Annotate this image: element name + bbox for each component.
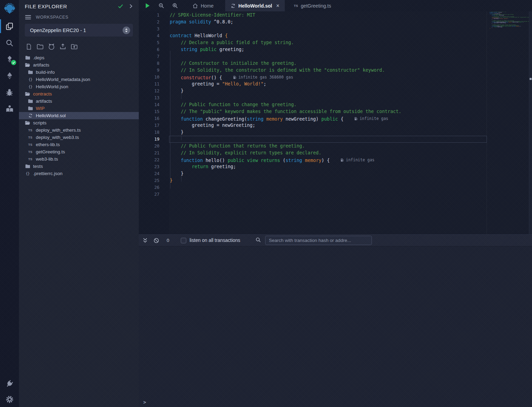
json-icon: {}	[25, 171, 30, 176]
editor-line[interactable]: 5 // Declare a public field of type stri…	[139, 39, 487, 46]
editor-line[interactable]: 10 constructor() {infinite gas 368600 ga…	[139, 74, 487, 81]
folder-open-icon	[25, 121, 30, 125]
check-icon[interactable]	[117, 3, 124, 9]
line-content: return greeting;	[159, 163, 236, 170]
editor-line[interactable]: 16 function changeGreeting(string memory…	[139, 115, 487, 122]
editor-line[interactable]: 21 // In Solidity, explicit return types…	[139, 150, 487, 156]
sidebar-item-file-explorer[interactable]	[0, 18, 19, 34]
sidebar-item-debugger[interactable]	[0, 84, 19, 101]
remix-logo[interactable]	[0, 0, 19, 18]
tree-item--prettierrc-json[interactable]: {}.prettierrc.json	[19, 170, 139, 177]
chevron-right-icon[interactable]	[128, 4, 133, 9]
gas-pump-icon	[341, 158, 344, 162]
tab-getgreeting-ts[interactable]: TS getGreeting.ts	[288, 0, 336, 11]
solidity-icon	[28, 113, 33, 118]
line-content: contract HelloWorld {	[159, 32, 228, 39]
workspace-select-arrows-icon	[123, 27, 130, 34]
code-editor[interactable]: 1// SPDX-License-Identifier: MIT2pragma …	[139, 11, 532, 234]
tab-label: Home	[201, 3, 213, 9]
editor-line[interactable]: 25}	[139, 177, 487, 184]
zoom-out-button[interactable]	[157, 2, 165, 10]
editor-lines[interactable]: 1// SPDX-License-Identifier: MIT2pragma …	[139, 12, 487, 198]
close-tab-icon[interactable]: ×	[276, 3, 279, 9]
new-folder-button[interactable]	[36, 42, 44, 51]
clone-git-button[interactable]	[47, 42, 55, 51]
book-reader-icon	[5, 104, 14, 113]
editor-line[interactable]: 14 // Public function to change the gree…	[139, 101, 487, 108]
publish-gist-icon	[59, 43, 66, 50]
zoom-in-button[interactable]	[171, 2, 179, 10]
minimap[interactable]: // SPDX-License-Identifier: MITpragma so…	[487, 12, 529, 234]
upload-folder-button[interactable]	[70, 42, 78, 51]
remix-ide-window: FILE EXPLORER WORKSPACES OpenZeppelin ER…	[0, 0, 532, 407]
clear-console-button[interactable]	[154, 238, 159, 243]
editor-line[interactable]: 23 return greeting;	[139, 163, 487, 170]
tree-item-tests[interactable]: tests	[19, 163, 139, 170]
sidebar-item-deploy-run[interactable]	[0, 68, 19, 84]
sidebar-item-settings[interactable]	[0, 392, 19, 407]
editor-line[interactable]: 20 // Public function that returns the g…	[139, 143, 487, 150]
tree-item-scripts[interactable]: scripts	[19, 119, 139, 126]
tree-item-artifacts[interactable]: artifacts	[19, 98, 139, 105]
tree-item-deploy-with-web3-ts[interactable]: TSdeploy_with_web3.ts	[19, 134, 139, 141]
terminal-search-input[interactable]	[265, 236, 372, 245]
gas-pump-icon	[354, 117, 357, 121]
sidebar-item-solidity-compiler[interactable]	[0, 51, 19, 68]
tab-home[interactable]: Home	[187, 0, 219, 11]
folder-closed-icon	[25, 164, 30, 169]
run-script-button[interactable]	[144, 2, 151, 10]
tree-item-artifacts[interactable]: artifacts	[19, 61, 139, 69]
tree-item-getgreeting-ts[interactable]: TSgetGreeting.ts	[19, 148, 139, 155]
editor-line[interactable]: 27	[139, 191, 487, 198]
editor-line[interactable]: 12 }	[139, 88, 487, 94]
tree-item-helloworld-json[interactable]: {}HelloWorld.json	[19, 83, 139, 90]
line-content: // Declare a public field of type string…	[159, 39, 294, 46]
new-folder-icon	[36, 43, 44, 50]
tree-item-deploy-with-ethers-ts[interactable]: TSdeploy_with_ethers.ts	[19, 126, 139, 134]
editor-line[interactable]: 26	[139, 184, 487, 191]
line-content: }	[159, 170, 184, 177]
editor-line[interactable]: 22 function hello() public view returns …	[139, 156, 487, 163]
editor-line[interactable]: 24 }	[139, 170, 487, 177]
editor-line[interactable]: 11 greeting = "Hello, World!";	[139, 81, 487, 88]
editor-line[interactable]: 6 string public greeting;	[139, 46, 487, 53]
editor-line[interactable]: 18 }	[139, 129, 487, 136]
sidebar-item-plugin-manager[interactable]	[0, 375, 19, 392]
workspace-select[interactable]: OpenZeppelin ERC20 - 1	[25, 24, 133, 37]
workspaces-menu-icon[interactable]	[25, 15, 31, 19]
tree-item-label: WIP	[36, 106, 45, 111]
listen-transactions-checkbox[interactable]	[181, 238, 186, 243]
editor-line[interactable]: 7	[139, 53, 487, 60]
new-file-button[interactable]	[24, 42, 33, 51]
editor-line[interactable]: 8 // Constructor to initialize the greet…	[139, 60, 487, 67]
activity-bar-spacer	[0, 117, 19, 375]
editor-actions	[139, 0, 184, 11]
tree-item-helloworld-sol[interactable]: HelloWorld.sol	[19, 112, 139, 119]
scrollbar-thumb[interactable]	[530, 78, 532, 80]
editor-line[interactable]: 13	[139, 94, 487, 101]
editor-line[interactable]: 15 // The "public" keyword makes the fun…	[139, 108, 487, 115]
tree-item-helloworld-metadata-json[interactable]: {}HelloWorld_metadata.json	[19, 76, 139, 83]
sidebar-item-search[interactable]	[0, 34, 19, 51]
sidebar-item-learneth[interactable]	[0, 101, 19, 117]
line-number: 26	[139, 184, 159, 191]
editor-line[interactable]: 4contract HelloWorld {	[139, 32, 487, 39]
editor-line[interactable]: 3	[139, 26, 487, 32]
editor-line[interactable]: 17 greeting = newGreeting;	[139, 122, 487, 129]
tree-item-wip[interactable]: WIP	[19, 105, 139, 112]
line-number: 20	[139, 143, 159, 150]
editor-line[interactable]: 2pragma solidity ^0.8.0;	[139, 19, 487, 26]
publish-gist-button[interactable]	[59, 42, 67, 51]
tree-item-ethers-lib-ts[interactable]: TSethers-lib.ts	[19, 141, 139, 148]
terminal-output[interactable]: >	[139, 246, 532, 407]
editor-line[interactable]: 9 // In Solidity, the constructor is def…	[139, 67, 487, 74]
editor-line[interactable]: 19	[139, 136, 487, 143]
tree-item-web3-lib-ts[interactable]: TSweb3-lib.ts	[19, 155, 139, 163]
editor-scrollbar[interactable]	[529, 11, 532, 234]
tab-helloworld-sol[interactable]: HelloWorld.sol ×	[225, 0, 285, 11]
tree-item--deps[interactable]: .deps	[19, 54, 139, 61]
editor-line[interactable]: 1// SPDX-License-Identifier: MIT	[139, 12, 487, 19]
tree-item-contracts[interactable]: contracts	[19, 90, 139, 98]
expand-terminal-button[interactable]	[142, 237, 148, 243]
tree-item-build-info[interactable]: build-info	[19, 69, 139, 76]
